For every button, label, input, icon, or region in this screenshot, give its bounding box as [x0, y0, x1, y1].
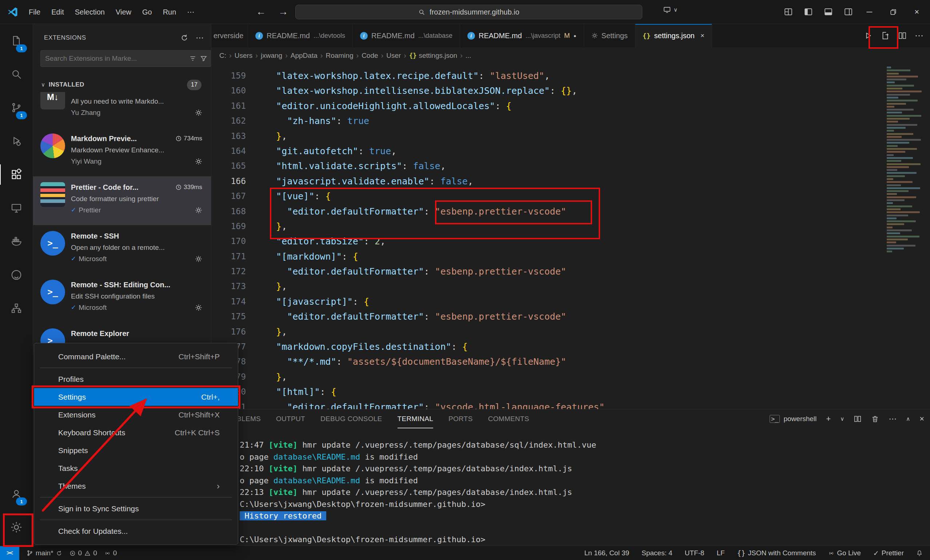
- extension-list-item[interactable]: M↓All you need to write Markdo...Yu Zhan…: [33, 92, 211, 128]
- code-text[interactable]: },: [248, 129, 287, 144]
- extension-list-item[interactable]: Prettier - Code for...339msCode formatte…: [33, 176, 211, 225]
- menubar-item-file[interactable]: File: [23, 5, 46, 20]
- forward-arrow-icon[interactable]: →: [278, 6, 288, 17]
- menubar-item-go[interactable]: Go: [137, 5, 157, 20]
- breadcrumb-segment[interactable]: jxwang: [261, 52, 282, 60]
- source-control-icon[interactable]: 1: [0, 91, 33, 125]
- editor-tab[interactable]: erverside: [211, 24, 248, 47]
- funnel-filter-icon[interactable]: [200, 55, 207, 62]
- code-text[interactable]: },: [248, 369, 287, 385]
- code-text[interactable]: "[javascript]": {: [248, 294, 369, 309]
- code-text[interactable]: "editor.tabSize": 2,: [248, 234, 385, 249]
- open-settings-ui-icon[interactable]: [881, 31, 890, 40]
- extension-list-item[interactable]: >_Remote - SSHOpen any folder on a remot…: [33, 225, 211, 274]
- breadcrumb-segment[interactable]: ...: [465, 52, 471, 60]
- code-text[interactable]: "**/*.md": "assets/${documentBaseName}/$…: [248, 354, 566, 369]
- notifications-bell-icon[interactable]: [916, 550, 923, 556]
- extension-gear-icon[interactable]: [195, 206, 202, 214]
- panel-tab-ports[interactable]: PORTS: [448, 409, 473, 428]
- menu-item-themes[interactable]: Themes›: [34, 477, 238, 495]
- remote-explorer-icon[interactable]: [0, 191, 33, 225]
- menu-item-profiles[interactable]: Profiles: [34, 370, 238, 388]
- editor-tab[interactable]: iREADME.md...\javascriptM●: [460, 24, 584, 47]
- menu-item-keyboard-shortcuts[interactable]: Keyboard ShortcutsCtrl+K Ctrl+S: [34, 424, 238, 442]
- menu-item-extensions[interactable]: ExtensionsCtrl+Shift+X: [34, 406, 238, 424]
- explorer-icon[interactable]: 1: [0, 24, 33, 57]
- menubar-item-run[interactable]: Run: [157, 5, 182, 20]
- extensions-search-input[interactable]: [45, 54, 185, 63]
- more-actions-icon[interactable]: ⋯: [196, 33, 204, 43]
- extension-gear-icon[interactable]: [195, 109, 202, 116]
- code-text[interactable]: },: [248, 325, 287, 339]
- extension-gear-icon[interactable]: [195, 304, 202, 311]
- branch-status[interactable]: main*: [26, 549, 62, 557]
- toggle-panel-icon[interactable]: [824, 7, 833, 16]
- code-text[interactable]: "[vue]": {: [248, 189, 331, 204]
- extension-gear-icon[interactable]: [195, 158, 202, 165]
- installed-section-header[interactable]: ∨ INSTALLED 17: [33, 78, 211, 92]
- code-text[interactable]: "html.validate.scripts": false,: [248, 158, 446, 174]
- menubar-item-edit[interactable]: Edit: [46, 5, 69, 20]
- toggle-primary-sidebar-icon[interactable]: [804, 7, 813, 16]
- menubar-item-view[interactable]: View: [110, 5, 137, 20]
- docker-icon[interactable]: [0, 225, 33, 258]
- restore-icon[interactable]: [890, 8, 897, 15]
- command-center-search[interactable]: frozen-midsummer.github.io: [295, 5, 642, 19]
- breadcrumb-segment[interactable]: C:: [219, 52, 226, 60]
- accounts-icon[interactable]: 1: [0, 477, 33, 511]
- code-text[interactable]: },: [248, 279, 287, 294]
- minimap[interactable]: [885, 64, 925, 412]
- minimize-icon[interactable]: ─: [867, 7, 873, 17]
- close-tab-icon[interactable]: ×: [701, 32, 705, 40]
- code-text[interactable]: "[html]": {: [248, 385, 336, 399]
- indentation-status[interactable]: Spaces: 4: [642, 549, 673, 557]
- new-terminal-icon[interactable]: +: [826, 414, 831, 424]
- problems-status[interactable]: 0 0: [69, 549, 97, 557]
- menu-item-command-palette-[interactable]: Command Palette...Ctrl+Shift+P: [34, 348, 238, 365]
- editor-tab[interactable]: Settings: [584, 24, 635, 47]
- menubar-item-selection[interactable]: Selection: [69, 5, 110, 20]
- hierarchy-icon[interactable]: [0, 292, 33, 325]
- code-text[interactable]: "editor.defaultFormatter": "esbenp.prett…: [248, 204, 566, 219]
- run-code-icon[interactable]: [864, 31, 873, 40]
- back-arrow-icon[interactable]: ←: [256, 6, 266, 17]
- filter-lines-icon[interactable]: [189, 55, 196, 62]
- code-text[interactable]: "zh-hans": true: [248, 114, 369, 128]
- menu-item-sign-in-to-sync-settings[interactable]: Sign in to Sync Settings: [34, 500, 238, 517]
- breadcrumb-segment[interactable]: Roaming: [325, 52, 353, 60]
- remote-indicator[interactable]: ><: [0, 546, 19, 560]
- toggle-secondary-sidebar-icon[interactable]: [844, 7, 853, 16]
- split-terminal-icon[interactable]: [854, 415, 862, 423]
- status-extra-indicator[interactable]: 0: [105, 549, 117, 557]
- more-actions-icon[interactable]: ⋯: [915, 31, 924, 41]
- panel-tab-terminal[interactable]: TERMINAL: [397, 409, 433, 428]
- panel-tab-debug-console[interactable]: DEBUG CONSOLE: [320, 409, 382, 428]
- language-mode[interactable]: {} JSON with Comments: [737, 549, 816, 557]
- extension-list-item[interactable]: Markdown Previe...734msMarkdown Preview …: [33, 128, 211, 176]
- code-text[interactable]: "editor.defaultFormatter": "esbenp.prett…: [248, 309, 566, 324]
- code-text[interactable]: },: [248, 219, 287, 234]
- breadcrumb-segment[interactable]: User: [386, 52, 401, 60]
- run-debug-icon[interactable]: [0, 125, 33, 158]
- eol-status[interactable]: LF: [716, 549, 725, 557]
- code-text[interactable]: "editor.unicodeHighlight.allowedLocales"…: [248, 98, 511, 114]
- menu-item-snippets[interactable]: Snippets: [34, 442, 238, 459]
- menu-item-check-for-updates-[interactable]: Check for Updates...: [34, 522, 238, 540]
- terminal-shell-selector[interactable]: >_ powershell: [770, 415, 816, 423]
- refresh-icon[interactable]: [180, 34, 188, 42]
- code-text[interactable]: "latex-workshop.intellisense.biblatexJSO…: [248, 83, 577, 98]
- close-window-icon[interactable]: ×: [915, 7, 919, 17]
- menu-item-settings[interactable]: SettingsCtrl+,: [34, 388, 238, 406]
- maximize-panel-icon[interactable]: ∧: [906, 415, 910, 422]
- editor-tab[interactable]: iREADME.md...\devtools: [248, 24, 353, 47]
- extensions-search-box[interactable]: [40, 50, 211, 67]
- terminal-dropdown-icon[interactable]: ∨: [840, 415, 844, 422]
- customize-layout-icon[interactable]: [784, 7, 793, 16]
- kill-terminal-trash-icon[interactable]: [871, 415, 879, 423]
- extensions-view-icon[interactable]: [0, 158, 33, 191]
- more-actions-icon[interactable]: ⋯: [888, 414, 896, 424]
- manage-gear-icon[interactable]: [0, 511, 33, 544]
- code-text[interactable]: "latex-workshop.latex.recipe.default": "…: [248, 68, 550, 83]
- encoding-status[interactable]: UTF-8: [685, 549, 705, 557]
- editor-tab[interactable]: {}settings.json×: [635, 24, 712, 47]
